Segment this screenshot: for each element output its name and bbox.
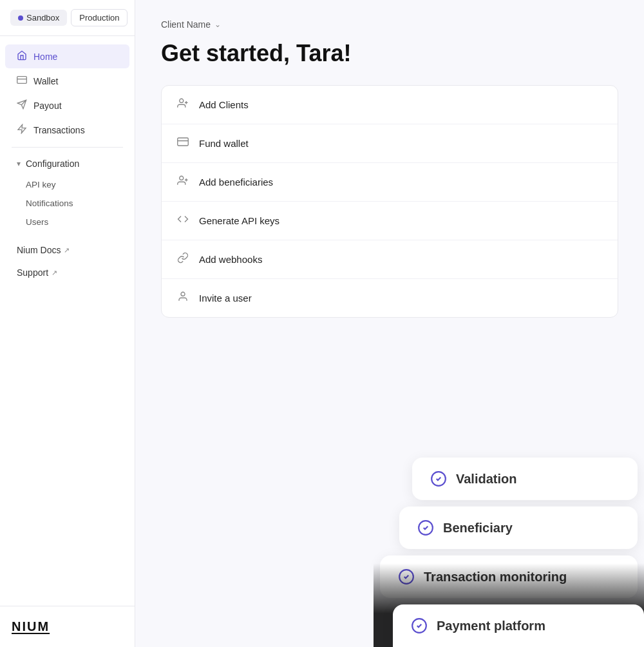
beneficiary-check-icon — [417, 519, 434, 536]
sidebar-item-transactions-label: Transactions — [33, 125, 85, 135]
beneficiary-label: Beneficiary — [443, 521, 513, 536]
support-label: Support — [17, 267, 48, 278]
sidebar-item-users[interactable]: Users — [0, 213, 135, 231]
nav-divider — [12, 147, 123, 148]
svg-rect-6 — [178, 138, 189, 146]
client-chevron-icon: ⌄ — [214, 20, 221, 29]
svg-point-8 — [180, 176, 184, 180]
checklist-item-fund-wallet[interactable]: Fund wallet — [162, 124, 618, 163]
validation-label: Validation — [456, 472, 516, 487]
chevron-down-icon: ▾ — [17, 159, 21, 168]
sidebar-item-api-key-label: API key — [26, 180, 56, 189]
sidebar-item-wallet[interactable]: Wallet — [5, 69, 129, 93]
nium-docs-link[interactable]: Nium Docs ↗ — [5, 239, 129, 261]
env-tabs: Sandbox Production — [0, 0, 135, 36]
checklist-item-add-beneficiaries[interactable]: Add beneficiaries — [162, 163, 618, 202]
support-link[interactable]: Support ↗ — [5, 262, 129, 284]
sidebar-item-users-label: Users — [26, 217, 48, 227]
sandbox-dot — [18, 15, 23, 21]
nium-logo: NIUM — [12, 619, 123, 634]
sidebar: Sandbox Production Home Wallet — [0, 0, 135, 647]
invite-user-label: Invite a user — [199, 293, 252, 304]
sidebar-item-payout[interactable]: Payout — [5, 93, 129, 117]
fund-wallet-label: Fund wallet — [199, 138, 249, 149]
main-content: Client Name ⌄ Get started, Tara! Add Cli… — [135, 0, 644, 647]
checklist: Add Clients Fund wallet Add beneficiarie… — [161, 85, 618, 318]
payment-platform-card[interactable]: Payment platform — [393, 604, 644, 647]
sidebar-item-home[interactable]: Home — [5, 44, 129, 68]
add-beneficiaries-icon — [176, 175, 190, 189]
sidebar-item-payout-label: Payout — [33, 101, 62, 111]
wallet-icon — [17, 75, 27, 87]
add-webhooks-icon — [176, 252, 190, 267]
sidebar-item-api-key[interactable]: API key — [0, 175, 135, 194]
home-icon — [17, 50, 27, 63]
nium-docs-label: Nium Docs — [17, 245, 61, 255]
svg-marker-2 — [18, 124, 26, 133]
payout-icon — [17, 99, 27, 111]
invite-user-icon — [176, 291, 190, 305]
configuration-section[interactable]: ▾ Configuration — [5, 153, 129, 175]
beneficiary-card[interactable]: Beneficiary — [399, 507, 638, 549]
svg-rect-0 — [17, 77, 27, 84]
payment-check-icon — [411, 617, 428, 634]
sidebar-item-transactions[interactable]: Transactions — [5, 118, 129, 142]
sandbox-tab[interactable]: Sandbox — [10, 10, 67, 26]
add-clients-label: Add Clients — [199, 99, 249, 110]
checklist-item-add-webhooks[interactable]: Add webhooks — [162, 240, 618, 279]
feature-cards: Validation Beneficiary Transaction monit… — [374, 458, 644, 647]
page-title: Get started, Tara! — [161, 40, 618, 67]
sandbox-label: Sandbox — [26, 13, 59, 23]
sidebar-item-home-label: Home — [33, 52, 57, 62]
client-name-label: Client Name — [161, 19, 211, 30]
payment-card-wrapper: Payment platform — [374, 604, 644, 647]
fund-wallet-icon — [176, 136, 190, 151]
external-link-icon: ↗ — [64, 246, 70, 255]
production-tab[interactable]: Production — [71, 9, 128, 26]
checklist-item-generate-api-keys[interactable]: Generate API keys — [162, 202, 618, 240]
configuration-label: Configuration — [26, 159, 79, 169]
add-clients-icon — [176, 97, 190, 112]
sidebar-item-wallet-label: Wallet — [33, 76, 58, 86]
generate-api-keys-icon — [176, 213, 190, 228]
transactions-icon — [17, 124, 27, 136]
sidebar-item-notifications[interactable]: Notifications — [0, 194, 135, 213]
validation-card[interactable]: Validation — [412, 458, 638, 500]
generate-api-keys-label: Generate API keys — [199, 215, 279, 226]
external-link-icon-2: ↗ — [52, 269, 57, 277]
svg-point-3 — [180, 99, 184, 102]
add-webhooks-label: Add webhooks — [199, 254, 262, 265]
client-selector[interactable]: Client Name ⌄ — [161, 19, 618, 30]
payment-platform-label: Payment platform — [437, 619, 545, 633]
sidebar-navigation: Home Wallet Payout T — [0, 36, 135, 606]
production-label: Production — [79, 13, 119, 23]
validation-check-icon — [430, 470, 447, 487]
sidebar-item-notifications-label: Notifications — [26, 198, 73, 208]
checklist-item-add-clients[interactable]: Add Clients — [162, 86, 618, 124]
svg-point-11 — [181, 292, 185, 296]
checklist-item-invite-user[interactable]: Invite a user — [162, 279, 618, 317]
sidebar-bottom: NIUM — [0, 606, 135, 647]
add-beneficiaries-label: Add beneficiaries — [199, 177, 273, 188]
